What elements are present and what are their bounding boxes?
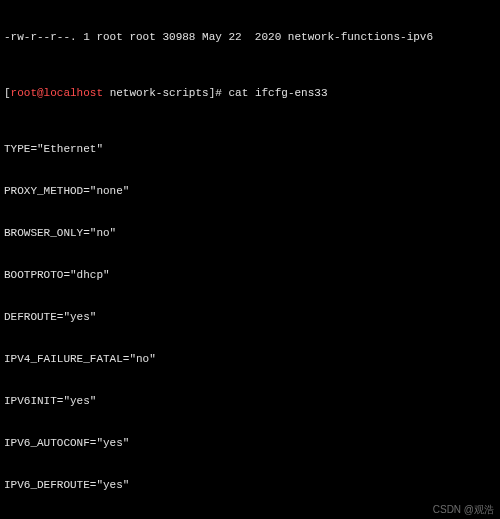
cfg-line: IPV6_AUTOCONF="yes" (4, 436, 496, 450)
cfg-line: IPV6_DEFROUTE="yes" (4, 478, 496, 492)
cfg-line: DEFROUTE="yes" (4, 310, 496, 324)
cfg-line: BOOTPROTO="dhcp" (4, 268, 496, 282)
prompt-sep (103, 87, 110, 99)
prompt-line: [root@localhost network-scripts]# cat if… (4, 86, 496, 100)
cfg-line: IPV6INIT="yes" (4, 394, 496, 408)
cfg-line: TYPE="Ethernet" (4, 142, 496, 156)
prompt-user-host: root@localhost (11, 87, 103, 99)
bracket-open: [ (4, 87, 11, 99)
ls-line: -rw-r--r--. 1 root root 30988 May 22 202… (4, 30, 496, 44)
cfg-line: PROXY_METHOD="none" (4, 184, 496, 198)
terminal[interactable]: -rw-r--r--. 1 root root 30988 May 22 202… (0, 0, 500, 519)
bracket-close: ]# (209, 87, 229, 99)
cfg-line: IPV4_FAILURE_FATAL="no" (4, 352, 496, 366)
watermark: CSDN @观浩 (433, 503, 494, 517)
command-cat1: cat ifcfg-ens33 (228, 87, 327, 99)
prompt-cwd: network-scripts (110, 87, 209, 99)
cfg-line: BROWSER_ONLY="no" (4, 226, 496, 240)
